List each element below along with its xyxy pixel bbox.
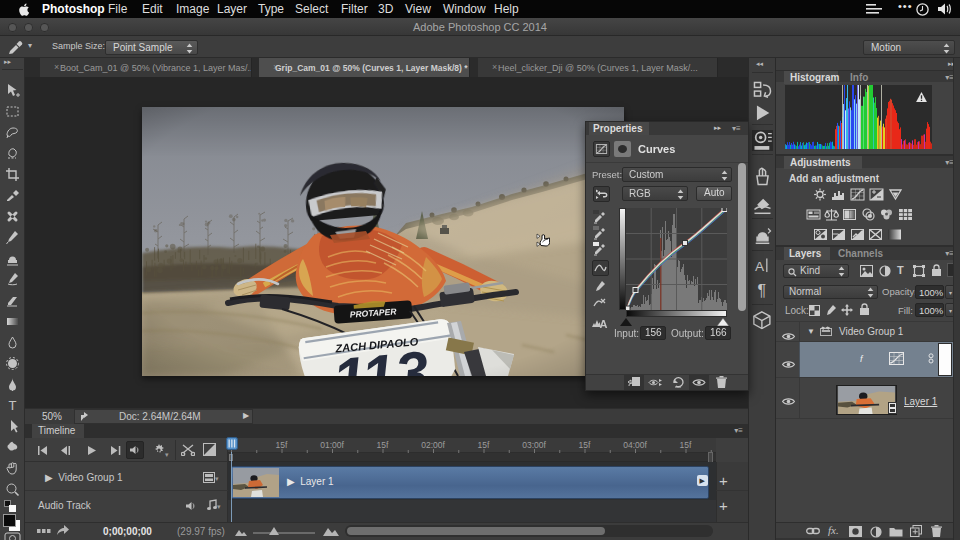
svg-text:T: T	[9, 398, 17, 413]
svg-text:A: A	[600, 318, 608, 329]
svg-text:¶: ¶	[758, 281, 767, 299]
svg-text:A: A	[755, 259, 765, 274]
